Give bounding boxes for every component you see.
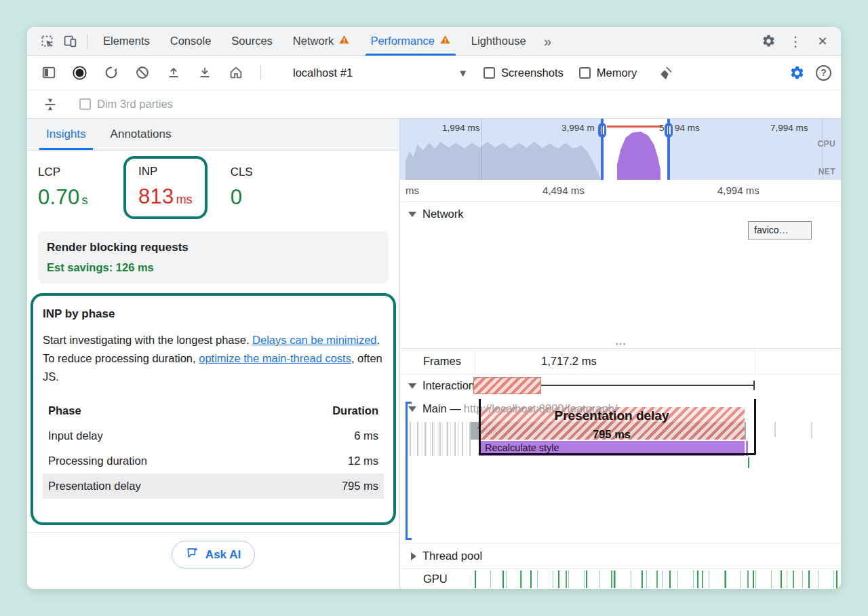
table-row-presentation-delay[interactable]: Presentation delay 795 ms xyxy=(43,474,384,499)
warning-icon xyxy=(439,34,451,48)
metric-inp: INP 813ms xyxy=(138,165,193,209)
more-tabs-icon[interactable]: » xyxy=(536,30,559,53)
drag-grip-icon[interactable] xyxy=(598,123,606,138)
minimap-time-label: 94 ms xyxy=(675,123,700,133)
network-track: Network favico… xyxy=(400,202,841,338)
performance-content: Insights Annotations LCP 0.70s INP 813ms… xyxy=(27,119,841,589)
dim-3rd-parties-checkbox[interactable]: Dim 3rd parties xyxy=(79,98,173,111)
small-task-tick xyxy=(811,422,812,438)
tab-elements[interactable]: Elements xyxy=(93,27,160,56)
devtools-tab-bar: Elements Console Sources Network Perform… xyxy=(27,27,841,56)
tab-sources[interactable]: Sources xyxy=(221,27,283,56)
interactions-track: Interactions xyxy=(400,374,841,398)
presentation-delay-annotation: Presentation delay 795 ms xyxy=(479,408,745,441)
chevron-down-icon xyxy=(408,212,416,217)
tab-console[interactable]: Console xyxy=(160,27,222,56)
long-task-marker xyxy=(607,126,663,128)
performance-sub-toolbar: Dim 3rd parties xyxy=(27,90,841,119)
load-profile-icon[interactable] xyxy=(161,61,185,85)
timeline-minimap[interactable]: 1,994 ms 3,994 m 5 94 ms 7,994 ms CPU NE… xyxy=(400,119,841,180)
table-row[interactable]: Input delay 6 ms xyxy=(43,423,384,448)
minimap-net-label: NET xyxy=(818,167,835,176)
performance-toolbar: localhost #1 ▼ Screenshots Memory ? xyxy=(27,56,841,90)
gpu-track[interactable]: GPU xyxy=(400,569,841,589)
save-profile-icon[interactable] xyxy=(193,61,216,85)
gpu-track-label: GPU xyxy=(423,573,448,585)
thread-pool-track-header[interactable]: Thread pool xyxy=(400,543,841,569)
frames-track[interactable]: Frames 1,717.2 ms xyxy=(400,349,841,374)
devtools-settings-gear-icon[interactable] xyxy=(757,30,780,53)
dropdown-caret-icon: ▼ xyxy=(458,67,468,79)
minimap-time-label: 5 xyxy=(659,123,665,133)
memory-checkbox[interactable]: Memory xyxy=(579,66,637,79)
clear-icon[interactable] xyxy=(130,61,154,85)
toolbar-right-controls: ? xyxy=(785,61,831,85)
target-selector[interactable]: localhost #1 ▼ xyxy=(293,66,468,79)
frame-boundary xyxy=(475,349,475,374)
devtools-window: Elements Console Sources Network Perform… xyxy=(27,27,841,589)
warning-icon xyxy=(338,34,350,48)
gpu-tick xyxy=(748,457,749,468)
minimap-left-handle[interactable] xyxy=(601,119,604,180)
record-and-reload-icon[interactable] xyxy=(99,61,123,85)
metric-lcp: LCP 0.70s xyxy=(38,166,114,210)
minimap-selection-window[interactable] xyxy=(604,119,667,180)
ask-ai-button[interactable]: Ask AI xyxy=(172,541,255,569)
network-request-favicon[interactable]: favico… xyxy=(748,221,812,239)
inspect-icon[interactable] xyxy=(35,30,58,53)
checkbox-icon xyxy=(579,67,591,79)
tab-network[interactable]: Network xyxy=(283,27,361,56)
frame-boundary xyxy=(755,349,755,374)
home-icon[interactable] xyxy=(224,61,248,85)
small-tasks-ticks xyxy=(410,422,471,456)
insight-render-blocking[interactable]: Render blocking requests Est savings: 12… xyxy=(38,231,389,284)
network-track-header[interactable]: Network xyxy=(400,202,841,220)
minimap-gridline xyxy=(481,119,482,180)
ask-ai-spark-icon xyxy=(186,546,199,563)
minimap-right-handle[interactable] xyxy=(667,119,670,180)
device-toolbar-icon[interactable] xyxy=(58,30,81,53)
interactions-track-header[interactable]: Interactions xyxy=(408,379,480,392)
link-optimize-main-thread[interactable]: optimize the main-thread costs xyxy=(199,352,351,364)
interaction-event-bar[interactable] xyxy=(473,377,541,394)
inp-phase-table: Phase Duration Input delay 6 ms Processi… xyxy=(43,398,384,499)
kebab-menu-icon[interactable]: ⋮ xyxy=(784,30,807,53)
checkbox-icon xyxy=(79,98,91,110)
tab-annotations[interactable]: Annotations xyxy=(104,119,178,150)
annotation-whisker-right xyxy=(754,399,756,455)
drag-grip-icon[interactable] xyxy=(665,123,673,138)
frames-track-label: Frames xyxy=(423,355,461,368)
track-selection-bracket xyxy=(406,402,408,540)
link-delays-minimized[interactable]: Delays can be minimized xyxy=(252,334,376,346)
metric-cls: CLS 0 xyxy=(231,166,253,210)
close-icon[interactable]: ✕ xyxy=(811,30,834,53)
timeline-ruler: ms 4,494 ms 4,994 ms xyxy=(400,180,841,202)
record-icon[interactable] xyxy=(68,61,92,85)
tab-insights[interactable]: Insights xyxy=(39,119,93,150)
checkbox-icon xyxy=(484,67,495,79)
capture-settings-gear-icon[interactable] xyxy=(785,61,809,85)
tab-performance[interactable]: Performance xyxy=(360,27,460,56)
separator xyxy=(260,65,261,80)
track-splitter-handle[interactable]: … xyxy=(400,338,841,349)
tabbar-right-controls: ⋮ ✕ xyxy=(757,30,841,53)
collect-garbage-icon[interactable] xyxy=(654,61,677,85)
ruler-label: 4,494 ms xyxy=(542,185,585,196)
ruler-label: 4,994 ms xyxy=(717,185,760,196)
main-thread-track: Main — http://localhost:8000/featgraph/ … xyxy=(400,398,841,543)
screenshots-checkbox[interactable]: Screenshots xyxy=(484,66,564,79)
tab-lighthouse[interactable]: Lighthouse xyxy=(461,27,536,56)
minimap-time-label: 7,994 ms xyxy=(770,123,808,133)
help-icon[interactable]: ? xyxy=(816,65,831,81)
ruler-label: ms xyxy=(406,185,419,196)
highlight-ring-inp: INP 813ms xyxy=(123,156,208,219)
chevron-down-icon xyxy=(408,383,416,389)
panel-left-toggle-icon[interactable] xyxy=(37,61,60,85)
table-row[interactable]: Processing duration 12 ms xyxy=(43,448,384,474)
minimap-time-label: 1,994 ms xyxy=(442,123,480,133)
chevron-down-icon xyxy=(408,406,416,412)
insights-sidebar: Insights Annotations LCP 0.70s INP 813ms… xyxy=(27,119,400,589)
timeline-panel: 1,994 ms 3,994 m 5 94 ms 7,994 ms CPU NE… xyxy=(400,119,841,589)
collapse-arrows-icon[interactable] xyxy=(38,92,62,116)
core-web-vitals-metrics: LCP 0.70s INP 813ms CLS 0 xyxy=(27,151,399,220)
